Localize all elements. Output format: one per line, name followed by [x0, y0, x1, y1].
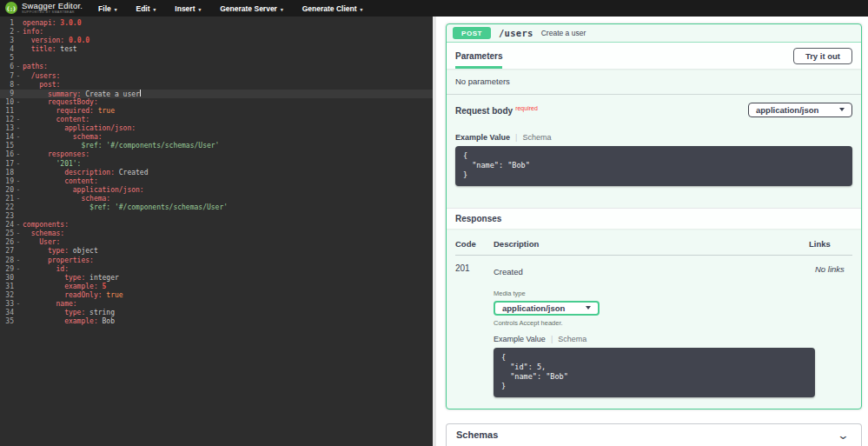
code-text: required: true — [23, 107, 433, 116]
code-line-16[interactable]: 16- responses: — [0, 150, 433, 159]
fold-toggle-icon[interactable]: - — [14, 186, 23, 195]
code-line-4[interactable]: 4 title: test — [0, 45, 433, 54]
fold-toggle-icon[interactable]: - — [14, 72, 23, 81]
code-line-3[interactable]: 3 version: 0.0.0 — [0, 37, 433, 45]
menu-generate-client[interactable]: Generate Client▾ — [302, 4, 363, 13]
line-number: 35 — [0, 317, 14, 326]
try-it-out-button[interactable]: Try it out — [793, 48, 852, 64]
line-number: 15 — [0, 142, 14, 150]
menu-file[interactable]: File▾ — [98, 4, 116, 13]
code-text: type: object — [23, 247, 433, 256]
caret-down-icon: ▾ — [115, 6, 117, 11]
code-line-18[interactable]: 18 description: Created — [0, 169, 433, 177]
chevron-down-icon[interactable]: ⌄ — [837, 429, 850, 441]
no-parameters-text: No parameters — [447, 69, 861, 94]
tab-example-value[interactable]: Example Value — [455, 133, 510, 142]
fold-toggle-icon[interactable]: - — [14, 150, 23, 159]
yaml-editor[interactable]: 1openapi: 3.0.02-info:3 version: 0.0.04 … — [0, 17, 433, 446]
menu-edit[interactable]: Edit▾ — [136, 4, 156, 13]
code-line-5[interactable]: 5 — [0, 54, 433, 63]
code-line-33[interactable]: 33- name: — [0, 300, 433, 309]
code-line-28[interactable]: 28- properties: — [0, 256, 433, 265]
fold-toggle-icon[interactable]: - — [14, 195, 23, 203]
fold-toggle-icon[interactable]: - — [14, 256, 23, 265]
menu-generate-server[interactable]: Generate Server▾ — [220, 4, 282, 13]
code-line-35[interactable]: 35 example: Bob — [0, 317, 433, 326]
request-media-type-select[interactable]: application/json — [748, 103, 852, 117]
code-line-29[interactable]: 29- id: — [0, 265, 433, 274]
fold-toggle-icon[interactable]: - — [14, 63, 23, 71]
line-number: 12 — [0, 116, 14, 124]
fold-toggle-icon[interactable]: - — [14, 265, 23, 274]
code-line-13[interactable]: 13- application/json: — [0, 124, 433, 133]
fold-toggle-icon[interactable]: - — [14, 230, 23, 238]
fold-toggle-icon[interactable]: - — [14, 98, 23, 107]
code-text: schema: — [23, 133, 433, 142]
line-number: 5 — [0, 54, 14, 63]
media-type-label: Media type — [494, 290, 815, 297]
required-badge: required — [515, 105, 538, 111]
line-number: 22 — [0, 203, 14, 212]
code-line-32[interactable]: 32 readOnly: true — [0, 291, 433, 300]
code-line-1[interactable]: 1openapi: 3.0.0 — [0, 19, 433, 28]
app-subtitle: supported by SMARTBEAR — [22, 11, 83, 15]
fold-toggle-icon[interactable]: - — [14, 133, 23, 142]
code-line-9[interactable]: 9 summary: Create a user — [0, 90, 433, 98]
code-line-10[interactable]: 10- requestBody: — [0, 98, 433, 107]
code-line-2[interactable]: 2-info: — [0, 28, 433, 37]
menu-insert[interactable]: Insert▾ — [175, 4, 201, 13]
code-line-12[interactable]: 12- content: — [0, 116, 433, 124]
code-line-17[interactable]: 17- '201': — [0, 160, 433, 169]
code-line-11[interactable]: 11 required: true — [0, 107, 433, 116]
schemas-header[interactable]: Schemas ⌄ — [447, 424, 861, 446]
code-line-8[interactable]: 8- post: — [0, 81, 433, 90]
fold-toggle-icon[interactable]: - — [14, 28, 23, 37]
code-line-20[interactable]: 20- application/json: — [0, 186, 433, 195]
line-number: 17 — [0, 160, 14, 169]
tab-example-value[interactable]: Example Value — [494, 335, 546, 343]
line-number: 20 — [0, 186, 14, 195]
code-text: schema: — [23, 195, 433, 203]
fold-toggle-icon[interactable]: - — [14, 300, 23, 309]
code-text: post: — [23, 81, 433, 90]
code-line-24[interactable]: 24-components: — [0, 221, 433, 230]
code-text: schemas: — [23, 230, 433, 238]
code-line-6[interactable]: 6-paths: — [0, 63, 433, 71]
code-line-22[interactable]: 22 $ref: '#/components/schemas/User' — [0, 203, 433, 212]
code-text: example: 5 — [23, 283, 433, 291]
schemas-title: Schemas — [456, 429, 498, 440]
code-line-26[interactable]: 26- User: — [0, 238, 433, 247]
tab-parameters[interactable]: Parameters — [455, 51, 502, 69]
fold-toggle-icon[interactable]: - — [14, 116, 23, 124]
code-line-19[interactable]: 19- content: — [0, 177, 433, 186]
tab-schema[interactable]: Schema — [522, 133, 551, 142]
response-media-type-select[interactable]: application/json — [494, 301, 600, 316]
fold-toggle-icon[interactable]: - — [14, 124, 23, 133]
code-line-15[interactable]: 15 $ref: '#/components/schemas/User' — [0, 142, 433, 150]
code-text: version: 0.0.0 — [23, 37, 433, 45]
col-code: Code — [455, 239, 494, 249]
code-line-31[interactable]: 31 example: 5 — [0, 283, 433, 291]
app-logo[interactable]: {;} Swagger Editor. supported by SMARTBE… — [5, 2, 83, 14]
code-line-7[interactable]: 7- /users: — [0, 72, 433, 81]
fold-toggle-icon[interactable]: - — [14, 221, 23, 230]
line-number: 1 — [0, 19, 14, 28]
code-line-23[interactable]: 23 — [0, 212, 433, 221]
code-line-30[interactable]: 30 type: integer — [0, 274, 433, 283]
code-text: openapi: 3.0.0 — [23, 19, 433, 28]
code-line-34[interactable]: 34 type: string — [0, 309, 433, 317]
code-line-14[interactable]: 14- schema: — [0, 133, 433, 142]
line-number: 8 — [0, 81, 14, 90]
fold-toggle-icon[interactable]: - — [14, 81, 23, 90]
chevron-down-icon — [839, 108, 845, 111]
fold-toggle-icon[interactable]: - — [14, 238, 23, 247]
code-text: title: test — [23, 45, 433, 54]
operation-summary[interactable]: POST /users Create a user — [447, 24, 861, 43]
line-number: 13 — [0, 124, 14, 133]
code-line-25[interactable]: 25- schemas: — [0, 230, 433, 238]
tab-schema[interactable]: Schema — [558, 335, 586, 343]
code-line-27[interactable]: 27 type: object — [0, 247, 433, 256]
fold-toggle-icon[interactable]: - — [14, 177, 23, 186]
code-line-21[interactable]: 21- schema: — [0, 195, 433, 203]
fold-toggle-icon[interactable]: - — [14, 160, 23, 169]
